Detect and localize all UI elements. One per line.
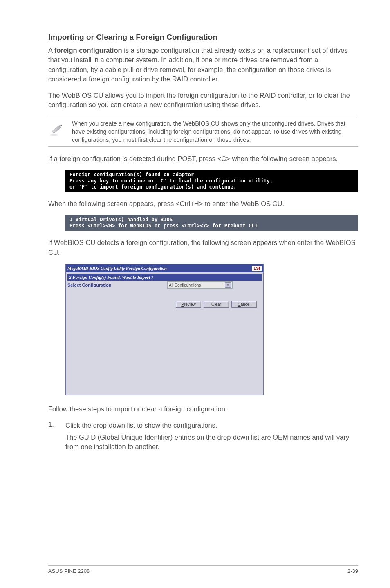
page-footer: ASUS PIKE 2208 2-39 bbox=[48, 565, 358, 574]
paragraph-1-prefix: A bbox=[48, 47, 54, 54]
cancel-button[interactable]: Cancel bbox=[231, 301, 257, 308]
footer-left: ASUS PIKE 2208 bbox=[48, 568, 90, 574]
paragraph-5: If WebBIOS CU detects a foreign configur… bbox=[48, 238, 358, 257]
terminal-webbios-prompt: 1 Virtual Drive(s) handled by BIOS Press… bbox=[65, 215, 358, 231]
foreign-config-dialog: MegaRAID BIOS Config Utility Foreign Con… bbox=[65, 264, 264, 395]
steps-list: 1. Click the drop-down list to show the … bbox=[48, 421, 358, 454]
clear-button[interactable]: Clear bbox=[204, 301, 229, 308]
foreign-config-bold: foreign configuration bbox=[54, 47, 122, 54]
note-block: When you create a new configuration, the… bbox=[48, 117, 358, 147]
step-1-line-b: The GUID (Global Unique Identifier) entr… bbox=[65, 433, 358, 452]
paragraph-6: Follow these steps to import or clear a … bbox=[48, 404, 358, 414]
pencil-icon bbox=[48, 119, 65, 137]
step-1-line-a: Click the drop-down list to show the con… bbox=[65, 421, 358, 430]
dialog-titlebar: MegaRAID BIOS Config Utility Foreign Con… bbox=[66, 264, 263, 272]
config-dropdown-value: All Configurations bbox=[169, 283, 201, 287]
dialog-body: 2 Foreign Config(s) Found. Want to Impor… bbox=[66, 272, 263, 395]
dialog-found-bar: 2 Foreign Config(s) Found. Want to Impor… bbox=[67, 274, 262, 281]
step-1-body: Click the drop-down list to show the con… bbox=[65, 421, 358, 454]
cancel-label: ancel bbox=[241, 302, 251, 307]
section-heading: Importing or Clearing a Foreign Configur… bbox=[48, 33, 358, 42]
config-row: Select Configuration All Configurations … bbox=[67, 281, 262, 289]
paragraph-2: The WebBIOS CU allows you to import the … bbox=[48, 91, 358, 110]
clear-label: Clear bbox=[211, 302, 221, 307]
terminal-foreign-config: Foreign configuration(s) found on adapte… bbox=[65, 170, 358, 192]
paragraph-1: A foreign configuration is a storage con… bbox=[48, 46, 358, 84]
preview-button[interactable]: Preview bbox=[176, 301, 201, 308]
select-config-label: Select Configuration bbox=[67, 283, 166, 287]
config-dropdown[interactable]: All Configurations ▼ bbox=[167, 281, 233, 289]
footer-page-number: 2-39 bbox=[347, 568, 358, 574]
chevron-down-icon: ▼ bbox=[225, 282, 231, 288]
step-1: 1. Click the drop-down list to show the … bbox=[48, 421, 358, 454]
preview-label: review bbox=[184, 302, 196, 307]
lsi-logo: LSI bbox=[252, 266, 262, 271]
svg-rect-0 bbox=[52, 126, 61, 134]
dialog-title: MegaRAID BIOS Config Utility Foreign Con… bbox=[67, 266, 167, 271]
svg-point-3 bbox=[49, 134, 58, 135]
paragraph-3: If a foreign configuration is detected d… bbox=[48, 154, 358, 164]
step-1-number: 1. bbox=[48, 421, 65, 454]
paragraph-4: When the following screen appears, press… bbox=[48, 199, 358, 209]
note-text: When you create a new configuration, the… bbox=[72, 119, 358, 144]
dialog-buttons: Preview Clear Cancel bbox=[67, 301, 262, 308]
